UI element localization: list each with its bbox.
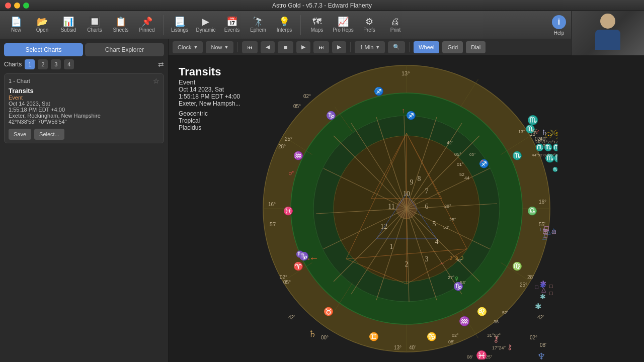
ephem-label: Ephem <box>250 27 266 33</box>
sheets-button[interactable]: 📋 Sheets <box>109 13 133 38</box>
search-icon: 🔍 <box>393 44 400 50</box>
stop-button[interactable]: ⏹ <box>278 41 293 53</box>
svg-text:♑: ♑ <box>326 111 336 120</box>
svg-text:11: 11 <box>388 203 394 210</box>
clock-button[interactable]: Clock ▼ <box>173 41 203 53</box>
maximize-button[interactable] <box>23 3 29 9</box>
chart-num-3-button[interactable]: 3 <box>51 59 61 69</box>
chart-num-4-button[interactable]: 4 <box>64 59 74 69</box>
chart-display-geocentric: Geocentric <box>179 110 240 117</box>
svg-text:01°: 01° <box>457 162 464 167</box>
svg-text:□: □ <box>549 290 553 296</box>
new-icon: 📄 <box>11 17 22 26</box>
save-button[interactable]: Save <box>9 129 31 140</box>
svg-text:♒: ♒ <box>293 151 303 160</box>
svg-text:42': 42' <box>457 258 462 262</box>
chart-display-location: Exeter, New Hampsh... <box>179 100 240 107</box>
charts-section-label: Charts <box>4 61 22 68</box>
main-area: Select Charts Chart Explorer Charts 1 2 … <box>0 39 644 362</box>
svg-text:☉: ☉ <box>553 129 557 137</box>
interps-button[interactable]: 💡 Interps <box>272 13 296 38</box>
help-button[interactable]: i Help <box>547 11 571 39</box>
prev-large-button[interactable]: ⏮ <box>242 41 258 53</box>
shuffle-button[interactable]: ⇄ <box>158 60 164 68</box>
open-button[interactable]: 📂 Open <box>30 13 54 38</box>
close-button[interactable] <box>5 3 11 9</box>
svg-text:8: 8 <box>417 175 421 183</box>
svg-text:♐: ♐ <box>374 86 384 96</box>
favorite-star-icon[interactable]: ☆ <box>153 77 159 85</box>
now-label: Now <box>211 44 222 50</box>
svg-text:♐: ♐ <box>406 111 416 120</box>
svg-text:5: 5 <box>432 220 436 228</box>
svg-text:52': 52' <box>502 310 508 315</box>
svg-text:4: 4 <box>435 238 438 245</box>
svg-text:♂: ♂ <box>535 128 540 136</box>
svg-text:♌: ♌ <box>477 307 487 316</box>
svg-text:⚷: ⚷ <box>507 343 512 351</box>
prefs-label: Prefs <box>363 27 375 33</box>
svg-text:↗: ↗ <box>479 158 484 165</box>
chart-num-2-button[interactable]: 2 <box>38 59 48 69</box>
svg-text:⊞: ⊞ <box>542 227 548 235</box>
charts-icon: 🔲 <box>89 17 100 26</box>
stop-icon: ⏹ <box>283 44 288 50</box>
charts-button[interactable]: 🔲 Charts <box>83 13 107 38</box>
svg-text:♈: ♈ <box>293 261 303 271</box>
svg-text:13°: 13° <box>518 129 525 134</box>
listings-icon: 📃 <box>174 17 185 26</box>
prev-button[interactable]: ◀ <box>261 41 275 53</box>
svg-text:♎: ♎ <box>527 206 537 216</box>
chart-tab-buttons: Select Charts Chart Explorer <box>0 39 168 56</box>
titlebar: Astro Gold - v5.7.3 - Edward Flaherty <box>0 0 644 11</box>
next-button[interactable]: ▶ <box>296 41 310 53</box>
svg-text:✱: ✱ <box>535 302 541 311</box>
print-label: Print <box>390 27 401 33</box>
dynamic-button[interactable]: ▶ Dynamic <box>194 13 218 38</box>
proreps-label: Pro Reps <box>333 27 354 33</box>
maps-button[interactable]: 🗺 Maps <box>305 13 329 38</box>
dial-view-button[interactable]: Dial <box>466 41 486 53</box>
pinned-button[interactable]: 📌 Pinned <box>135 13 159 38</box>
svg-text:02°: 02° <box>280 275 287 280</box>
sec-sep-1 <box>237 42 238 52</box>
chart-display-date: Oct 14 2023, Sat <box>179 86 240 93</box>
sec-sep-3 <box>409 42 410 52</box>
subsid-button[interactable]: 📊 Subsid <box>56 13 80 38</box>
svg-text:02°: 02° <box>530 335 537 340</box>
svg-text:05°: 05° <box>293 104 301 109</box>
chart-explorer-tab[interactable]: Chart Explorer <box>85 43 164 56</box>
dynamic-icon: ▶ <box>202 17 209 26</box>
chart-num-1-button[interactable]: 1 <box>25 59 35 69</box>
svg-text:↑: ↑ <box>401 107 405 115</box>
charts-label-row: Charts 1 2 3 4 ⇄ <box>0 56 168 71</box>
new-button[interactable]: 📄 New <box>4 13 28 38</box>
wheel-view-button[interactable]: Wheel <box>414 41 439 53</box>
interval-button[interactable]: 1 Min ▼ <box>355 41 385 53</box>
svg-text:16°: 16° <box>539 199 546 205</box>
grid-view-button[interactable]: Grid <box>442 41 463 53</box>
now-button[interactable]: Now ▼ <box>206 41 233 53</box>
select-charts-tab[interactable]: Select Charts <box>4 43 83 56</box>
chart-entry-header: 1 - Chart ☆ <box>9 77 159 85</box>
minimize-button[interactable] <box>14 3 20 9</box>
svg-text:2: 2 <box>405 260 408 268</box>
proreps-button[interactable]: 📈 Pro Reps <box>331 13 355 38</box>
chart-time: 1:55:18 PM EDT +4:00 <box>9 107 159 113</box>
subsid-label: Subsid <box>61 27 76 33</box>
play-button[interactable]: ▶ <box>332 41 346 53</box>
print-button[interactable]: 🖨 Print <box>383 13 408 38</box>
chart-date: Oct 14 2023, Sat <box>9 101 159 107</box>
prefs-button[interactable]: ⚙ Prefs <box>357 13 381 38</box>
select-button[interactable]: Select... <box>34 129 64 140</box>
ephem-button[interactable]: 🔭 Ephem <box>246 13 270 38</box>
events-button[interactable]: 📅 Events <box>220 13 244 38</box>
next-large-button[interactable]: ⏭ <box>313 41 329 53</box>
svg-text:12: 12 <box>380 223 387 230</box>
maps-icon: 🗺 <box>312 17 321 26</box>
listings-button[interactable]: 📃 Listings <box>168 13 192 38</box>
prev-icon: ◀ <box>266 44 270 50</box>
svg-text:♏: ♏ <box>512 151 522 160</box>
search-button[interactable]: 🔍 <box>388 41 405 53</box>
svg-text:♑: ♑ <box>299 251 309 261</box>
